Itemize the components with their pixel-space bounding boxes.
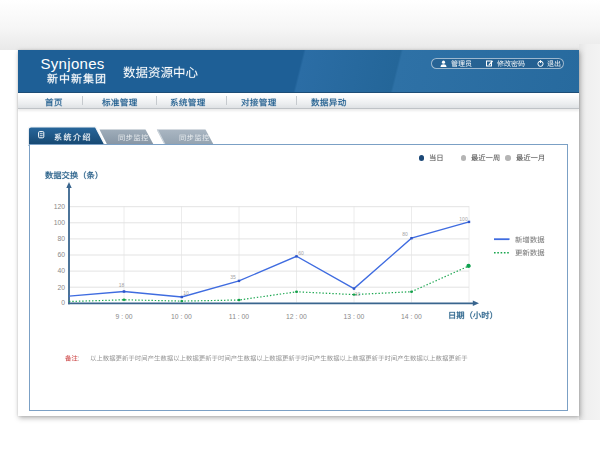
svg-text:9 : 00: 9 : 00 <box>115 313 132 320</box>
svg-text:10 : 00: 10 : 00 <box>171 313 192 320</box>
svg-text:0: 0 <box>61 299 65 306</box>
svg-text:35: 35 <box>230 274 236 280</box>
svg-text:10: 10 <box>183 290 189 296</box>
svg-text:120: 120 <box>54 203 66 210</box>
svg-text:80: 80 <box>402 231 408 237</box>
svg-text:60: 60 <box>57 251 65 258</box>
svg-text:100: 100 <box>459 216 468 222</box>
svg-text:10: 10 <box>355 291 361 297</box>
svg-text:80: 80 <box>57 235 65 242</box>
svg-text:20: 20 <box>57 284 65 291</box>
svg-text:100: 100 <box>54 219 66 226</box>
svg-text:13 : 00: 13 : 00 <box>344 313 365 320</box>
svg-text:12 : 00: 12 : 00 <box>286 313 307 320</box>
svg-text:11 : 00: 11 : 00 <box>229 313 250 320</box>
svg-text:18: 18 <box>119 282 125 288</box>
svg-text:60: 60 <box>298 250 304 256</box>
svg-text:14 : 00: 14 : 00 <box>401 313 422 320</box>
svg-text:40: 40 <box>57 267 65 274</box>
